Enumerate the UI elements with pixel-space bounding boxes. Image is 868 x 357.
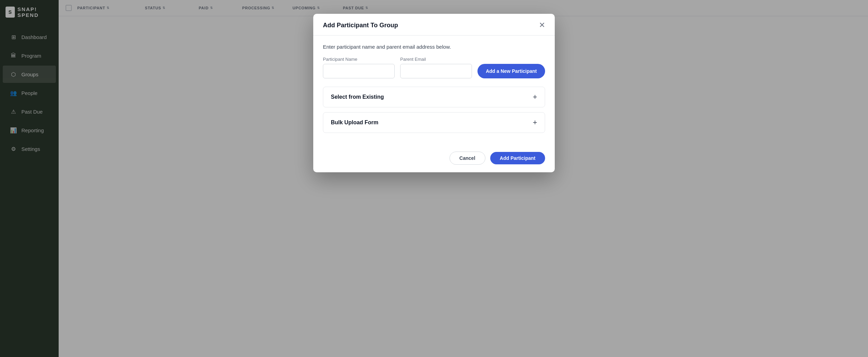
modal-description: Enter participant name and parent email … [323, 44, 545, 50]
select-existing-expand-icon: + [533, 93, 537, 101]
add-participant-button[interactable]: Add Participant [490, 152, 545, 164]
modal-header: Add Participant To Group ✕ [313, 14, 555, 36]
select-from-existing-section[interactable]: Select from Existing + [323, 87, 545, 107]
modal-footer: Cancel Add Participant [313, 146, 555, 172]
participant-name-group: Participant Name [323, 57, 395, 78]
cancel-button[interactable]: Cancel [450, 152, 485, 165]
participant-name-input[interactable] [323, 64, 395, 78]
parent-email-label: Parent Email [400, 57, 472, 62]
add-participant-modal: Add Participant To Group ✕ Enter partici… [313, 14, 555, 172]
modal-title: Add Participant To Group [323, 22, 398, 29]
participant-name-label: Participant Name [323, 57, 395, 62]
parent-email-group: Parent Email [400, 57, 472, 78]
parent-email-input[interactable] [400, 64, 472, 78]
add-new-participant-button[interactable]: Add a New Participant [477, 64, 545, 78]
modal-body: Enter participant name and parent email … [313, 36, 555, 146]
select-existing-label: Select from Existing [331, 94, 384, 100]
bulk-upload-label: Bulk Upload Form [331, 119, 378, 126]
modal-close-button[interactable]: ✕ [539, 21, 545, 29]
modal-overlay: Add Participant To Group ✕ Enter partici… [0, 0, 868, 357]
bulk-upload-section[interactable]: Bulk Upload Form + [323, 112, 545, 133]
form-row: Participant Name Parent Email Add a New … [323, 57, 545, 78]
bulk-upload-expand-icon: + [533, 119, 537, 126]
